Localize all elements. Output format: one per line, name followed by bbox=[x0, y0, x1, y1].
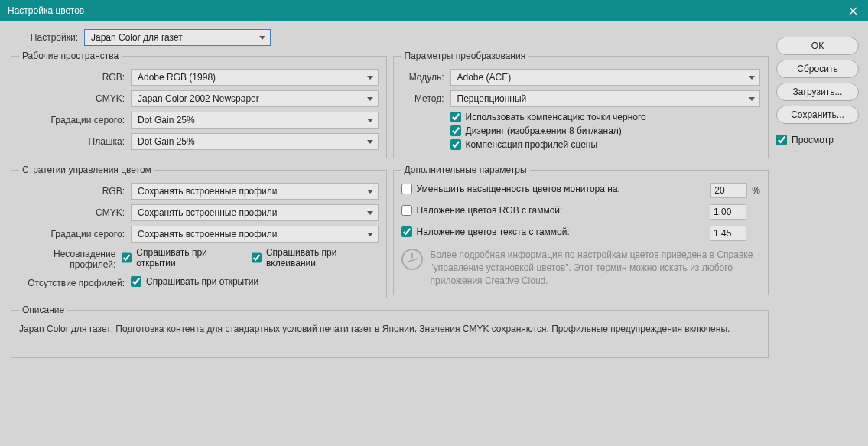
desaturate-checkbox[interactable]: Уменьшить насыщенность цветов монитора н… bbox=[401, 184, 620, 194]
conversion-group: Параметры преобразования Модуль:Adobe (A… bbox=[393, 50, 769, 158]
cmyk-label: CMYK: bbox=[19, 93, 131, 104]
policy-cmyk-label: CMYK: bbox=[19, 207, 131, 218]
dither-checkbox[interactable]: Дизеринг (изображения 8 бит/канал) bbox=[450, 125, 761, 136]
advanced-legend: Дополнительные параметры bbox=[401, 164, 530, 175]
policy-cmyk-dropdown[interactable]: Сохранять встроенные профили bbox=[131, 204, 379, 221]
gray-label: Градации серого: bbox=[19, 115, 131, 125]
advanced-group: Дополнительные параметры Уменьшить насыщ… bbox=[393, 164, 769, 295]
settings-label: Настройки: bbox=[11, 32, 84, 43]
policies-group: Стратегии управления цветом RGB:Сохранят… bbox=[11, 164, 387, 298]
rgb-label: RGB: bbox=[19, 72, 131, 83]
blend-rgb-value[interactable]: 1,00 bbox=[710, 204, 746, 220]
spot-label: Плашка: bbox=[19, 136, 131, 147]
scene-checkbox[interactable]: Компенсация профилей сцены bbox=[450, 139, 761, 150]
missing-open-checkbox[interactable]: Спрашивать при открытии bbox=[131, 276, 258, 287]
cancel-button[interactable]: Сбросить bbox=[776, 60, 859, 78]
description-group: Описание Japan Color для газет: Подготов… bbox=[11, 304, 769, 358]
settings-dropdown[interactable]: Japan Color для газет bbox=[84, 29, 271, 46]
workspaces-legend: Рабочие пространства bbox=[19, 50, 122, 61]
info-icon bbox=[401, 249, 423, 270]
blend-text-value[interactable]: 1,45 bbox=[710, 226, 746, 241]
policy-gray-dropdown[interactable]: Сохранять встроенные профили bbox=[131, 226, 379, 243]
save-button[interactable]: Сохранить... bbox=[776, 106, 859, 124]
missing-label: Отсутствие профилей: bbox=[19, 278, 131, 288]
mismatch-paste-checkbox[interactable]: Спрашивать при вклеивании bbox=[252, 247, 379, 269]
policy-gray-label: Градации серого: bbox=[19, 229, 131, 239]
policies-legend: Стратегии управления цветом bbox=[19, 164, 154, 175]
engine-label: Модуль: bbox=[401, 72, 450, 83]
close-icon bbox=[849, 7, 857, 15]
percent-label: % bbox=[752, 185, 760, 196]
description-text: Japan Color для газет: Подготовка контен… bbox=[19, 323, 760, 336]
intent-dropdown[interactable]: Перцепционный bbox=[450, 90, 761, 107]
preview-checkbox[interactable]: Просмотр bbox=[776, 135, 859, 145]
window-title: Настройка цветов bbox=[8, 5, 84, 16]
cmyk-dropdown[interactable]: Japan Color 2002 Newspaper bbox=[131, 90, 379, 107]
advanced-info-text: Более подробная информация по настройкам… bbox=[431, 249, 761, 287]
spot-dropdown[interactable]: Dot Gain 25% bbox=[131, 133, 379, 150]
desaturate-value[interactable]: 20 bbox=[710, 183, 747, 198]
policy-rgb-label: RGB: bbox=[19, 186, 131, 197]
engine-dropdown[interactable]: Adobe (ACE) bbox=[450, 69, 761, 86]
workspaces-group: Рабочие пространства RGB:Adobe RGB (1998… bbox=[11, 50, 387, 158]
mismatch-label: Несовпадение профилей: bbox=[19, 249, 122, 270]
intent-label: Метод: bbox=[401, 93, 450, 104]
close-button[interactable] bbox=[837, 0, 868, 21]
policy-rgb-dropdown[interactable]: Сохранять встроенные профили bbox=[131, 183, 379, 200]
ok-button[interactable]: ОК bbox=[776, 37, 859, 55]
gray-dropdown[interactable]: Dot Gain 25% bbox=[131, 112, 379, 129]
description-legend: Описание bbox=[19, 304, 67, 315]
load-button[interactable]: Загрузить... bbox=[776, 83, 859, 101]
conversion-legend: Параметры преобразования bbox=[401, 50, 529, 61]
rgb-dropdown[interactable]: Adobe RGB (1998) bbox=[131, 69, 379, 86]
mismatch-open-checkbox[interactable]: Спрашивать при открытии bbox=[122, 247, 239, 269]
titlebar: Настройка цветов bbox=[0, 0, 868, 21]
blend-rgb-checkbox[interactable]: Наложение цветов RGB с гаммой: bbox=[401, 205, 563, 216]
bpc-checkbox[interactable]: Использовать компенсацию точки черного bbox=[450, 112, 761, 122]
blend-text-checkbox[interactable]: Наложение цветов текста с гаммой: bbox=[401, 226, 570, 237]
